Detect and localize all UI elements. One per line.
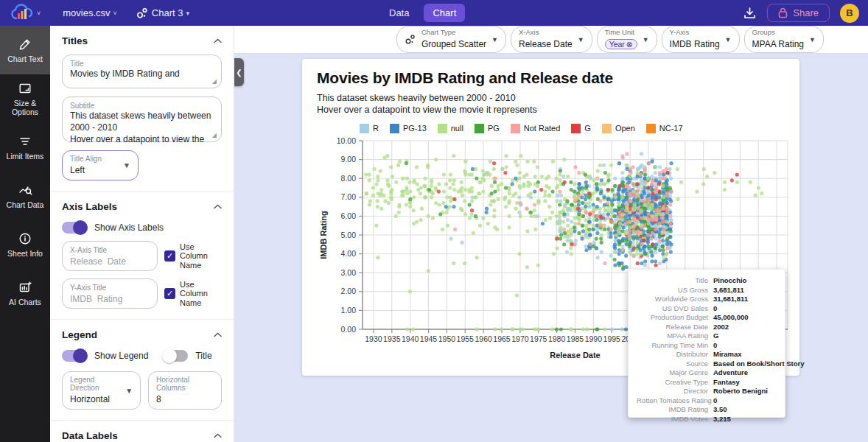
caret-down-icon: ▼ [725, 36, 732, 43]
x-axis-dropdown[interactable]: X-Axis Release Date ▼ [511, 26, 592, 52]
legend-label: R [373, 124, 379, 133]
legend-section-header[interactable]: Legend [62, 329, 222, 340]
chart-magnifier-icon [18, 183, 32, 197]
time-unit-chip[interactable]: Year⊗ [605, 39, 637, 49]
tooltip-field-value: 3,681,811 [713, 286, 805, 294]
download-icon[interactable] [743, 7, 757, 20]
chevron-up-icon [214, 332, 222, 337]
show-axis-labels-toggle[interactable] [62, 222, 87, 234]
tooltip-field-label: Production Budget [637, 313, 708, 321]
legend-label: null [451, 124, 463, 133]
horizontal-columns-input[interactable] [156, 394, 214, 404]
svg-text:7.00: 7.00 [341, 192, 357, 201]
svg-text:1965: 1965 [493, 334, 511, 343]
y-axis-dropdown[interactable]: Y-Axis IMDB Rating ▼ [662, 26, 740, 52]
sidebar-item-label: Size & Options [0, 99, 50, 116]
time-unit-dropdown[interactable]: Time Unit Year⊗ ▼ [597, 26, 657, 52]
scatter-icon [405, 34, 416, 45]
app-logo[interactable]: ˅ [10, 4, 41, 23]
y-use-column-checkbox[interactable]: ✓ [164, 288, 175, 299]
groups-dropdown[interactable]: Groups MPAA Rating ▼ [744, 26, 824, 52]
title-align-select[interactable]: Title Align Left ▼ [62, 150, 139, 180]
sidebar-item-sheet-info[interactable]: Sheet Info [0, 220, 50, 269]
tooltip-field-label: Major Genre [637, 368, 708, 376]
horizontal-columns-field[interactable]: Horizontal Columns [148, 371, 222, 410]
x-axis-title-input[interactable] [70, 256, 150, 267]
chart-legend[interactable]: RPG-13nullPGNot RatedGOpenNC-17 [360, 124, 799, 133]
data-labels-section-header[interactable]: Data Labels [62, 430, 222, 441]
legend-item[interactable]: null [438, 124, 463, 133]
legend-label: Not Rated [524, 124, 561, 133]
svg-text:1995: 1995 [603, 334, 621, 343]
chart-canvas-area: Chart Type Grouped Scatter ▼ X-Axis Rele… [234, 26, 868, 442]
dropdown-label: X-Axis [519, 29, 573, 36]
lock-icon [778, 7, 788, 18]
tab-chart[interactable]: Chart [424, 4, 465, 22]
title-field[interactable]: Title Movies by IMDB Rating and Release … [62, 55, 222, 88]
sidebar-item-chart-data[interactable]: Chart Data [0, 172, 50, 220]
chevron-down-icon: ▾ [186, 10, 189, 17]
sidebar-item-ai-charts[interactable]: AI Charts [0, 269, 50, 318]
user-avatar[interactable]: B [840, 4, 859, 23]
dataset-selector[interactable]: movies.csv ˅ [63, 7, 117, 18]
section-title: Axis Labels [62, 201, 117, 212]
legend-swatch [390, 124, 399, 133]
legend-swatch [602, 124, 612, 133]
chart-title: Movies by IMDB Rating and Release date [317, 69, 799, 87]
legend-item[interactable]: G [571, 124, 591, 133]
legend-item[interactable]: R [360, 124, 379, 133]
tooltip-field-label: IMDB Votes [637, 415, 708, 423]
legend-item[interactable]: Open [602, 124, 635, 133]
legend-swatch [571, 124, 581, 133]
chevron-up-icon [214, 38, 222, 43]
svg-text:Release Date: Release Date [550, 351, 601, 359]
legend-item[interactable]: PG-13 [390, 124, 427, 133]
legend-swatch [646, 124, 656, 133]
subtitle-input[interactable]: This dataset skews heavily between 2000 … [70, 110, 214, 146]
sidebar-item-limit-items[interactable]: Limit Items [0, 123, 50, 172]
remove-chip-icon[interactable]: ⊗ [626, 40, 633, 49]
chart-type-dropdown[interactable]: Chart Type Grouped Scatter ▼ [396, 26, 506, 52]
sidebar-item-chart-text[interactable]: Chart Text [0, 26, 50, 74]
data-labels-section: Data Labels This chart type does not hav… [50, 421, 234, 442]
svg-text:8.00: 8.00 [341, 173, 357, 182]
legend-item[interactable]: Not Rated [511, 124, 561, 133]
top-bar: ˅ movies.csv ˅ Chart 3 ▾ Data Chart Shar… [0, 0, 868, 26]
x-use-column-checkbox[interactable]: ✓ [164, 250, 175, 262]
frame-icon [18, 82, 32, 95]
legend-title-toggle[interactable] [163, 350, 188, 362]
sidebar-item-size-options[interactable]: Size & Options [0, 74, 50, 123]
sidebar-item-label: Sheet Info [7, 249, 43, 258]
svg-text:4.00: 4.00 [341, 249, 357, 258]
titles-section-header[interactable]: Titles [62, 35, 222, 46]
caret-down-icon: ▼ [809, 36, 816, 43]
tooltip-field-label: Director [637, 387, 708, 395]
x-axis-title-field[interactable]: X-Axis Title [62, 241, 158, 271]
legend-label: PG-13 [403, 124, 427, 133]
share-button[interactable]: Share [767, 4, 830, 22]
tooltip-field-value: 0 [713, 304, 805, 312]
subtitle-field[interactable]: Subtitle This dataset skews heavily betw… [62, 97, 222, 142]
tooltip-field-value: 3,215 [713, 415, 805, 423]
chart-selector[interactable]: Chart 3 ▾ [136, 7, 189, 19]
legend-item[interactable]: NC-17 [646, 124, 683, 133]
y-axis-title-input[interactable] [70, 294, 150, 304]
cloud-chart-logo-icon [10, 4, 35, 23]
axis-labels-section: Axis Labels Show Axis Labels X-Axis Titl… [50, 192, 234, 320]
show-legend-toggle[interactable] [62, 350, 87, 362]
title-input[interactable]: Movies by IMDB Rating and Release date [70, 68, 214, 80]
axis-labels-section-header[interactable]: Axis Labels [62, 201, 222, 212]
legend-item[interactable]: PG [475, 124, 500, 133]
tooltip-field-label: IMDB Rating [637, 405, 708, 413]
tooltip-field-value: Fantasy [713, 378, 805, 386]
toggle-label: Title [195, 351, 211, 361]
legend-direction-select[interactable]: Legend Direction Horizontal ▼ [62, 371, 141, 410]
panel-collapse-button[interactable]: ❮ [234, 58, 244, 86]
tooltip-field-value: 31,681,811 [713, 295, 805, 303]
sidebar-item-label: AI Charts [9, 298, 41, 306]
y-axis-title-field[interactable]: Y-Axis Title [62, 278, 158, 309]
toggle-label: Show Legend [94, 351, 148, 361]
tab-data[interactable]: Data [380, 4, 418, 22]
scatter-icon [136, 7, 149, 19]
pencil-icon [18, 38, 32, 51]
